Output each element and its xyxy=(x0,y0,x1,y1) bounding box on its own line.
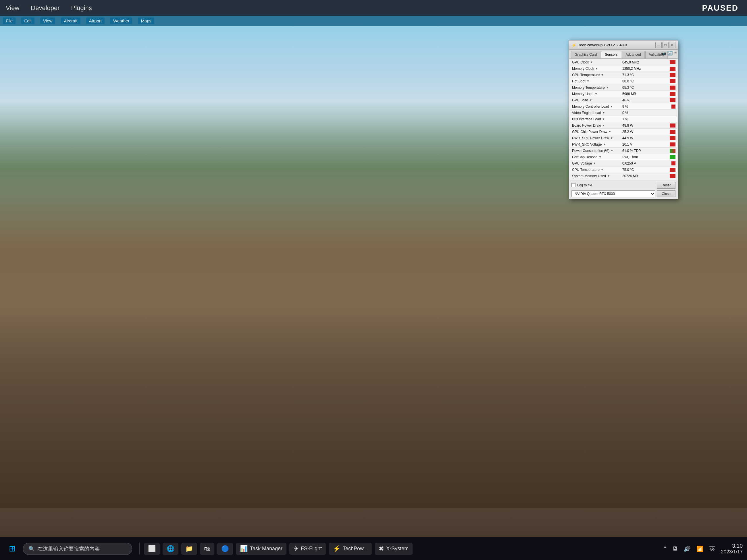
sensor-row-power-consumption: Power Consumption (%) ▼ 61.0 % TDP xyxy=(570,148,677,154)
sensor-row-sys-mem-used: System Memory Used ▼ 30726 MB xyxy=(570,173,677,179)
camera-icon[interactable]: 📷 xyxy=(661,51,666,55)
xplane-menu-maps[interactable]: Maps xyxy=(138,18,154,24)
volume-icon[interactable]: 🔊 xyxy=(684,545,691,552)
sensor-name-gpu-temp: GPU Temperature ▼ xyxy=(570,73,621,77)
sensor-dropdown-0[interactable]: ▼ xyxy=(590,61,593,64)
taskbar-task-view[interactable]: ⬜ xyxy=(144,543,160,555)
maximize-button[interactable]: □ xyxy=(662,42,669,48)
sensor-name-memory-clock: Memory Clock ▼ xyxy=(570,66,621,71)
menu-bar: View Developer Plugins PAUSED xyxy=(0,0,747,16)
sensor-dropdown-14[interactable]: ▼ xyxy=(611,149,613,152)
taskbar-app-browser[interactable]: 🌐 xyxy=(163,543,178,555)
taskbar-app-xsystem[interactable]: ✖ X-System xyxy=(375,543,413,555)
sensor-bar-power-consumption xyxy=(670,149,675,153)
sensor-bar-board-power xyxy=(670,124,675,128)
menu-view[interactable]: View xyxy=(6,4,19,12)
sensor-dropdown-6[interactable]: ▼ xyxy=(589,99,592,102)
search-placeholder: 在这里输入你要搜索的内容 xyxy=(37,545,100,552)
sensor-value-power-consumption: 61.0 % TDP xyxy=(621,149,670,153)
sensor-bar-hot-spot xyxy=(670,79,675,83)
sensor-value-pwr-src-power: 44.9 W xyxy=(621,136,670,140)
sensor-name-bus-iface-load: Bus Interface Load ▼ xyxy=(570,117,621,121)
sensor-row-mem-temp: Memory Temperature ▼ 65.3 °C xyxy=(570,84,677,91)
log-to-file-checkbox[interactable] xyxy=(571,183,575,187)
taskbar-app-folder[interactable]: 📁 xyxy=(181,543,197,555)
sensor-name-pwr-src-power: PWR_SRC Power Draw ▼ xyxy=(570,136,621,140)
gpu-select-row: NVIDIA Quadro RTX 5000 Close xyxy=(571,190,675,197)
sensor-dropdown-11[interactable]: ▼ xyxy=(609,130,611,133)
xplane-menu-bar: File Edit View Aircraft Airport Weather … xyxy=(0,16,747,26)
sensor-dropdown-8[interactable]: ▼ xyxy=(602,111,605,114)
sensor-name-board-power: Board Power Draw ▼ xyxy=(570,124,621,128)
taskbar-app-store[interactable]: 🛍 xyxy=(200,543,214,555)
wifi-icon[interactable]: 📶 xyxy=(696,545,704,552)
search-bar[interactable]: 🔍 在这里输入你要搜索的内容 xyxy=(23,543,132,555)
sensor-value-pwr-src-voltage: 20.1 V xyxy=(621,142,670,146)
sensor-row-perfcap: PerfCap Reason ▼ Pwr, Thrm xyxy=(570,154,677,160)
xplane-menu-edit[interactable]: Edit xyxy=(21,18,34,24)
minimize-button[interactable]: — xyxy=(655,42,662,48)
sensor-value-board-power: 48.8 W xyxy=(621,124,670,128)
sensor-dropdown-18[interactable]: ▼ xyxy=(607,174,610,178)
sensor-value-gpu-temp: 71.3 °C xyxy=(621,73,670,77)
system-clock[interactable]: 3:10 2023/1/17 xyxy=(721,543,743,555)
sensor-bar-pwr-src-voltage xyxy=(670,142,675,146)
sensor-row-pwr-src-power: PWR_SRC Power Draw ▼ 44.9 W xyxy=(570,135,677,141)
taskbar-app-techpow[interactable]: ⚡ TechPow... xyxy=(329,543,372,555)
sensor-bar-pwr-src-power xyxy=(670,136,675,140)
sensor-row-bus-iface-load: Bus Interface Load ▼ 1 % xyxy=(570,116,677,122)
taskbar-app-task-mgr[interactable]: 📊 Task Manager xyxy=(236,543,286,555)
sensor-dropdown-4[interactable]: ▼ xyxy=(606,86,609,89)
sensor-bar-mem-used xyxy=(670,92,675,96)
xplane-menu-weather[interactable]: Weather xyxy=(110,18,132,24)
sensor-dropdown-15[interactable]: ▼ xyxy=(599,155,602,159)
sensor-row-board-power: Board Power Draw ▼ 48.8 W xyxy=(570,122,677,129)
sensor-dropdown-12[interactable]: ▼ xyxy=(610,136,613,139)
sensor-dropdown-5[interactable]: ▼ xyxy=(595,92,598,95)
expand-tray-icon[interactable]: ^ xyxy=(664,545,666,552)
sensor-dropdown-2[interactable]: ▼ xyxy=(601,73,604,76)
sensor-name-vid-engine-load: Video Engine Load ▼ xyxy=(570,111,621,115)
sensor-dropdown-7[interactable]: ▼ xyxy=(610,105,613,108)
sensor-dropdown-16[interactable]: ▼ xyxy=(593,162,596,165)
sensor-dropdown-10[interactable]: ▼ xyxy=(602,124,605,127)
lang-icon[interactable]: 英 xyxy=(710,545,715,553)
sensor-bar-mem-temp xyxy=(670,86,675,89)
flight-icon: ✈ xyxy=(293,545,299,553)
gpu-select-dropdown[interactable]: NVIDIA Quadro RTX 5000 xyxy=(571,190,655,197)
sensor-name-sys-mem-used: System Memory Used ▼ xyxy=(570,174,621,178)
taskbar-app-ie[interactable]: 🔵 xyxy=(217,543,233,555)
xplane-menu-view[interactable]: View xyxy=(40,18,55,24)
sensor-dropdown-17[interactable]: ▼ xyxy=(601,168,603,171)
network-icon[interactable]: 🖥 xyxy=(672,545,678,552)
reset-button[interactable]: Reset xyxy=(657,182,675,189)
tab-graphics-card[interactable]: Graphics Card xyxy=(571,51,600,58)
xplane-menu-aircraft[interactable]: Aircraft xyxy=(61,18,80,24)
tab-sensors[interactable]: Sensors xyxy=(601,51,621,58)
sensor-dropdown-3[interactable]: ▼ xyxy=(587,80,590,83)
menu-icon[interactable]: ≡ xyxy=(674,51,677,55)
sensor-row-chip-power: GPU Chip Power Draw ▼ 25.2 W xyxy=(570,129,677,135)
sensor-name-chip-power: GPU Chip Power Draw ▼ xyxy=(570,130,621,134)
sensor-row-hot-spot: Hot Spot ▼ 88.0 °C xyxy=(570,78,677,84)
techpow-icon: ⚡ xyxy=(333,545,340,553)
sensor-name-gpu-load: GPU Load ▼ xyxy=(570,98,621,102)
close-button-bottom[interactable]: Close xyxy=(657,190,675,197)
sensor-name-cpu-temp: CPU Temperature ▼ xyxy=(570,168,621,172)
menu-plugins[interactable]: Plugins xyxy=(71,4,92,12)
xplane-menu-file[interactable]: File xyxy=(3,18,16,24)
sensor-dropdown-1[interactable]: ▼ xyxy=(595,67,598,70)
xplane-menu-airport[interactable]: Airport xyxy=(86,18,105,24)
sensor-dropdown-9[interactable]: ▼ xyxy=(602,117,605,121)
menu-developer[interactable]: Developer xyxy=(31,4,59,12)
sensor-value-mem-ctrl-load: 9 % xyxy=(621,105,671,109)
refresh-icon[interactable]: 🔄 xyxy=(668,51,673,55)
sensor-value-chip-power: 25.2 W xyxy=(621,130,670,134)
sensor-dropdown-13[interactable]: ▼ xyxy=(603,143,606,146)
tab-advanced[interactable]: Advanced xyxy=(622,51,644,58)
techpow-label: TechPow... xyxy=(343,545,368,552)
sensor-bar-sys-mem-used xyxy=(670,174,675,178)
taskbar-app-fs-flight[interactable]: ✈ FS-Flight xyxy=(289,543,326,555)
close-button[interactable]: ✕ xyxy=(669,42,675,48)
start-button[interactable]: ⊞ xyxy=(4,541,20,557)
